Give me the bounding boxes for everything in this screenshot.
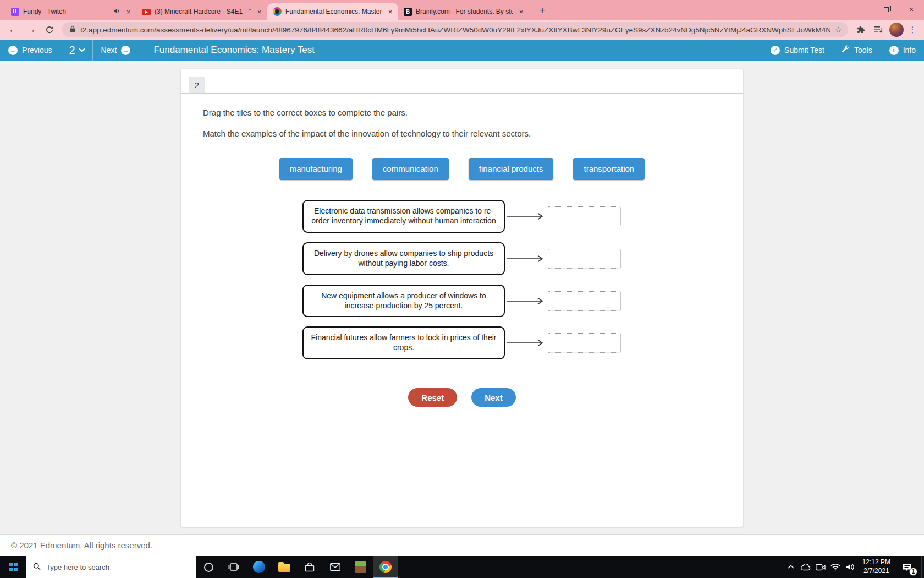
search-icon [33,563,41,572]
taskbar-search-input[interactable]: Type here to search [26,556,196,578]
question-header: 2 [181,69,743,94]
taskbar-clock[interactable]: 12:12 PM 2/7/2021 [858,556,895,578]
clock-date: 2/7/2021 [864,567,889,576]
tile-transportation[interactable]: transportation [573,158,645,180]
cloud-icon [801,564,811,571]
windows-logo-icon [9,563,18,571]
check-circle-icon: ✓ [771,46,780,55]
arrow-icon [505,297,547,305]
youtube-icon [142,9,151,15]
file-explorer-button[interactable] [272,556,297,578]
store-button[interactable] [297,556,322,578]
pair-list: Electronic data transmission allows comp… [181,200,743,359]
tile-communication[interactable]: communication [372,158,449,180]
close-window-button[interactable]: × [899,0,924,19]
tile-manufacturing[interactable]: manufacturing [279,158,353,180]
extensions-icon[interactable] [853,22,868,37]
question-card: 2 Drag the tiles to the correct boxes to… [181,69,743,527]
testbar-actions: ✓ Submit Test Tools i Info [762,40,924,61]
browser-menu-icon[interactable]: ⋮ [906,25,919,35]
question-number: 2 [69,44,75,57]
next-button[interactable]: Next [471,388,516,407]
onedrive-button[interactable] [799,556,813,578]
tools-button[interactable]: Tools [833,40,881,61]
answer-dropbox-3[interactable] [548,291,621,311]
minimize-button[interactable]: – [848,0,873,19]
answer-dropbox-1[interactable] [548,206,621,226]
tab-close-icon[interactable]: × [255,7,264,17]
window-controls: – × [848,0,924,19]
statement-box: Electronic data transmission allows comp… [302,200,505,233]
tray-expand-button[interactable] [784,556,799,578]
submit-test-button[interactable]: ✓ Submit Test [762,40,833,61]
chrome-icon [380,561,392,573]
test-title: Fundamental Economics: Mastery Test [139,40,762,61]
submit-test-label: Submit Test [784,46,824,54]
show-desktop-button[interactable] [921,556,924,578]
previous-button[interactable]: ← Previous [0,40,61,61]
next-question-button[interactable]: Next → [93,40,140,61]
mail-button[interactable] [322,556,348,578]
url-bar[interactable]: f2.app.edmentum.com/assessments-delivery… [62,22,848,37]
arrow-icon [505,255,547,263]
mail-icon [330,563,340,571]
info-label: Info [903,46,916,54]
wifi-button[interactable] [828,556,843,578]
refresh-button[interactable] [42,22,57,37]
reset-button[interactable]: Reset [408,388,457,407]
tab-edmentum-active[interactable]: Fundamental Economics: Master × [267,3,398,20]
answer-dropbox-4[interactable] [548,333,621,353]
tile-financial-products[interactable]: financial products [469,158,554,180]
bookmark-star-icon[interactable]: ☆ [835,25,842,35]
arrow-right-circle-icon: → [121,46,130,55]
minecraft-button[interactable] [348,556,373,578]
arrow-left-circle-icon: ← [8,46,18,55]
page-footer: © 2021 Edmentum. All rights reserved. [0,534,924,556]
tab-youtube[interactable]: (3) Minecraft Hardcore - S4E1 - " × [136,3,267,20]
statement-box: New equipment allows a producer of windo… [302,285,505,318]
question-number-dropdown[interactable]: 2 [61,40,92,61]
taskbar-spacer [398,556,784,578]
notification-badge: 1 [909,568,917,576]
meet-now-button[interactable] [813,556,828,578]
volume-button[interactable] [843,556,858,578]
statement-box: Financial futures allow farmers to lock … [302,326,505,359]
cortana-icon [204,563,213,572]
action-center-button[interactable]: 1 [895,556,919,578]
tab-close-icon[interactable]: × [124,7,133,17]
arrow-icon [505,212,547,220]
task-view-icon [228,562,239,572]
browser-tab-bar: Fundy - Twitch × (3) Minecraft Hardcore … [0,0,924,20]
new-tab-button[interactable]: + [535,3,550,18]
back-button[interactable]: ← [6,22,21,37]
chrome-button-active[interactable] [373,556,398,578]
edge-button[interactable] [246,556,272,578]
profile-avatar[interactable] [889,23,904,37]
tab-close-icon[interactable]: × [516,7,526,17]
forward-button[interactable]: → [24,22,39,37]
volume-icon [846,563,855,571]
edmentum-icon [273,7,282,16]
tab-twitch[interactable]: Fundy - Twitch × [6,3,136,20]
tab-close-icon[interactable]: × [386,7,395,17]
task-view-button[interactable] [221,556,246,578]
chevron-up-icon [788,565,794,569]
tab-brainly[interactable]: B Brainly.com - For students. By stu × [398,3,529,20]
search-placeholder: Type here to search [46,563,109,571]
cortana-button[interactable] [196,556,221,578]
instruction-text: Drag the tiles to the correct boxes to c… [181,108,743,117]
media-controls-icon[interactable] [871,22,887,37]
answer-dropbox-2[interactable] [548,249,621,269]
pair-row: Electronic data transmission allows comp… [302,200,743,233]
test-toolbar: ← Previous 2 Next → Fundamental Economic… [0,40,924,61]
tab-audio-icon[interactable] [113,8,120,16]
tab-title: Brainly.com - For students. By stu [416,8,513,15]
browser-toolbar: ← → f2.app.edmentum.com/assessments-deli… [0,20,924,40]
start-button[interactable] [0,556,26,578]
next-label: Next [101,46,117,54]
info-button[interactable]: i Info [881,40,924,61]
restore-button[interactable] [873,0,899,19]
file-explorer-icon [278,564,290,572]
info-circle-icon: i [889,46,899,55]
page-content: 2 Drag the tiles to the correct boxes to… [0,61,924,534]
